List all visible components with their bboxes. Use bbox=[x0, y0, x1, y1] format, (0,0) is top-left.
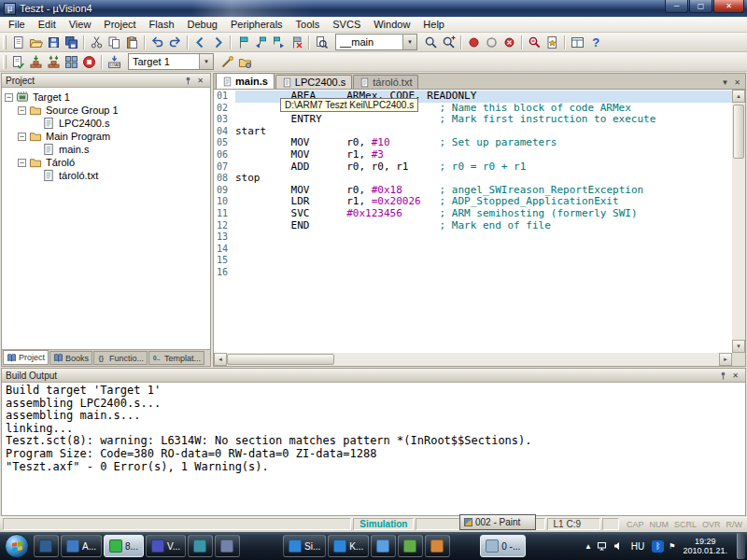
manage-components-icon[interactable] bbox=[236, 53, 254, 71]
open-icon[interactable] bbox=[27, 34, 45, 51]
options-icon[interactable] bbox=[218, 53, 236, 71]
minimize-button[interactable]: ─ bbox=[665, 0, 688, 13]
paste-icon[interactable] bbox=[123, 34, 141, 51]
taskbar-item-11[interactable] bbox=[425, 535, 450, 557]
target-combo-dropdown-icon[interactable]: ▼ bbox=[199, 54, 213, 69]
panel-tab-functio[interactable]: {}Functio... bbox=[93, 351, 148, 365]
bookmark-clear-icon[interactable] bbox=[288, 34, 305, 51]
navigate-forward-icon[interactable] bbox=[209, 34, 227, 51]
target-combo-value[interactable]: Target 1 bbox=[129, 56, 199, 67]
tree-item-main-program[interactable]: −Main Program bbox=[2, 130, 210, 143]
scroll-up-icon[interactable]: ▲ bbox=[732, 90, 745, 103]
menu-svcs[interactable]: SVCS bbox=[326, 18, 367, 31]
editor-horizontal-scrollbar[interactable]: ◄ ► bbox=[214, 353, 732, 366]
load-flash-icon[interactable]: LOAD bbox=[106, 53, 123, 71]
bluetooth-icon[interactable]: ᛒ bbox=[652, 540, 664, 553]
tree-item-source-group-1[interactable]: −Source Group 1 bbox=[2, 104, 210, 117]
find-combo-value[interactable]: __main bbox=[336, 36, 402, 48]
taskbar-item-9[interactable] bbox=[371, 535, 396, 557]
bookmark-icon[interactable] bbox=[234, 34, 252, 51]
translate-icon[interactable] bbox=[9, 53, 27, 71]
maximize-button[interactable]: ▢ bbox=[689, 0, 712, 13]
find-icon[interactable] bbox=[422, 34, 440, 51]
menu-flash[interactable]: Flash bbox=[143, 18, 181, 31]
menu-view[interactable]: View bbox=[63, 18, 98, 31]
code-line-13[interactable] bbox=[235, 231, 732, 244]
scroll-track[interactable] bbox=[334, 353, 719, 366]
taskbar-item-5[interactable] bbox=[188, 535, 213, 557]
tree-item-t-rol[interactable]: −Tároló bbox=[2, 156, 210, 169]
find-in-files-icon[interactable] bbox=[313, 34, 331, 51]
taskbar-item-10[interactable] bbox=[398, 535, 423, 557]
code-area[interactable]: AREA ARMex, CODE, READONLY ; Name this b… bbox=[235, 90, 732, 353]
taskbar-item-a[interactable]: A... bbox=[61, 535, 102, 557]
new-icon[interactable] bbox=[9, 34, 27, 51]
menu-debug[interactable]: Debug bbox=[181, 18, 224, 31]
panel-tab-project[interactable]: Project bbox=[3, 350, 49, 365]
menu-peripherals[interactable]: Peripherals bbox=[224, 18, 289, 31]
redo-icon[interactable] bbox=[166, 34, 184, 51]
clock[interactable]: 19:29 2010.01.21. bbox=[680, 537, 730, 555]
code-line-12[interactable]: END ; Mark end of file bbox=[235, 220, 732, 232]
language-indicator[interactable]: HU bbox=[628, 540, 647, 553]
taskbar-item-1[interactable] bbox=[34, 535, 59, 557]
build-icon[interactable] bbox=[27, 53, 45, 71]
tree-expander-icon[interactable]: − bbox=[18, 133, 26, 141]
horizontal-scroll-thumb[interactable] bbox=[227, 354, 334, 365]
find-combo-dropdown-icon[interactable]: ▼ bbox=[402, 35, 416, 49]
editor-tab-t-rol-txt[interactable]: tároló.txt bbox=[353, 75, 418, 89]
tree-expander-icon[interactable]: − bbox=[18, 159, 26, 167]
tree-expander-icon[interactable]: − bbox=[5, 93, 13, 102]
scroll-left-icon[interactable]: ◄ bbox=[214, 353, 227, 366]
panel-close-icon[interactable]: ✕ bbox=[729, 370, 741, 382]
breakpoint-disable-icon[interactable] bbox=[483, 34, 500, 51]
bookmark-prev-icon[interactable] bbox=[252, 34, 270, 51]
code-line-16[interactable] bbox=[235, 267, 732, 279]
scroll-track[interactable] bbox=[732, 161, 745, 340]
bookmark-next-icon[interactable] bbox=[270, 34, 288, 51]
code-line-07[interactable]: ADD r0, r0, r1 ; r0 = r0 + r1 bbox=[235, 161, 732, 174]
stop-build-icon[interactable] bbox=[80, 53, 98, 71]
tab-close-icon[interactable]: ✕ bbox=[731, 77, 743, 89]
panel-tab-templat[interactable]: 0..Templat... bbox=[148, 351, 204, 365]
volume-icon[interactable] bbox=[613, 540, 624, 552]
editor-tab-main-s[interactable]: main.s bbox=[216, 73, 275, 89]
editor-body[interactable]: 01020304050607080910111213141516 AREA AR… bbox=[214, 90, 732, 353]
tray-expand-icon[interactable]: ▲ bbox=[585, 542, 592, 551]
target-combo[interactable]: Target 1 ▼ bbox=[128, 53, 214, 70]
undo-icon[interactable] bbox=[148, 34, 166, 51]
copy-icon[interactable] bbox=[106, 34, 123, 51]
code-line-15[interactable] bbox=[235, 255, 732, 267]
debug-icon[interactable] bbox=[526, 34, 543, 51]
network-icon[interactable] bbox=[597, 540, 608, 552]
pin-icon[interactable] bbox=[717, 370, 729, 382]
action-center-flag-icon[interactable]: ⚑ bbox=[669, 542, 675, 551]
batch-build-icon[interactable] bbox=[63, 53, 80, 71]
taskbar-item-0[interactable]: 0 -... bbox=[480, 535, 526, 557]
taskbar-item-8[interactable]: 8... bbox=[104, 535, 144, 557]
pin-icon[interactable] bbox=[182, 75, 194, 87]
menu-edit[interactable]: Edit bbox=[32, 18, 63, 31]
show-desktop-button[interactable] bbox=[737, 533, 745, 559]
insert-template-icon[interactable] bbox=[543, 34, 561, 51]
close-button[interactable]: ✕ bbox=[713, 0, 744, 13]
tree-item-main-s[interactable]: main.s bbox=[2, 143, 210, 156]
panel-tab-books[interactable]: Books bbox=[49, 351, 92, 365]
find-combo[interactable]: __main ▼ bbox=[335, 34, 417, 50]
help-icon[interactable]: ? bbox=[586, 34, 604, 51]
vertical-scroll-thumb[interactable] bbox=[733, 105, 744, 159]
breakpoint-kill-icon[interactable] bbox=[500, 34, 518, 51]
menu-project[interactable]: Project bbox=[97, 18, 142, 31]
save-icon[interactable] bbox=[45, 34, 63, 51]
menu-tools[interactable]: Tools bbox=[289, 18, 327, 31]
code-line-03[interactable]: ENTRY ; Mark first instruction to execut… bbox=[235, 114, 732, 126]
rebuild-icon[interactable] bbox=[45, 53, 63, 71]
menu-file[interactable]: File bbox=[2, 18, 32, 31]
cut-icon[interactable] bbox=[88, 34, 106, 51]
editor-vertical-scrollbar[interactable]: ▲ ▼ bbox=[732, 90, 745, 353]
tab-list-dropdown-icon[interactable]: ▼ bbox=[719, 77, 731, 89]
tree-item-target-1[interactable]: −Target 1 bbox=[2, 91, 210, 104]
scroll-right-icon[interactable]: ► bbox=[719, 353, 732, 366]
panel-close-icon[interactable]: ✕ bbox=[194, 75, 206, 87]
taskbar-item-k[interactable]: K... bbox=[328, 535, 369, 557]
